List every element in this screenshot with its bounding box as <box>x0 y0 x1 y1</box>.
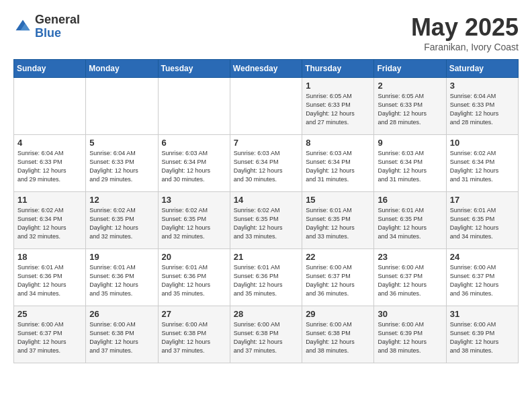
day-info: Sunrise: 6:03 AM Sunset: 6:34 PM Dayligh… <box>162 149 226 184</box>
calendar-week-row: 1Sunrise: 6:05 AM Sunset: 6:33 PM Daylig… <box>14 78 519 135</box>
day-info: Sunrise: 6:03 AM Sunset: 6:34 PM Dayligh… <box>378 149 442 184</box>
day-info: Sunrise: 6:02 AM Sunset: 6:34 PM Dayligh… <box>17 206 82 241</box>
day-info: Sunrise: 6:00 AM Sunset: 6:37 PM Dayligh… <box>378 263 442 298</box>
day-number: 15 <box>306 195 370 205</box>
day-number: 27 <box>162 309 226 319</box>
calendar-cell: 6Sunrise: 6:03 AM Sunset: 6:34 PM Daylig… <box>158 135 230 192</box>
day-number: 4 <box>17 138 82 148</box>
calendar-cell: 25Sunrise: 6:00 AM Sunset: 6:37 PM Dayli… <box>14 306 86 363</box>
calendar-week-row: 4Sunrise: 6:04 AM Sunset: 6:33 PM Daylig… <box>14 135 519 192</box>
calendar-cell: 23Sunrise: 6:00 AM Sunset: 6:37 PM Dayli… <box>374 249 446 306</box>
logo-text: General Blue <box>35 13 80 40</box>
calendar-cell: 27Sunrise: 6:00 AM Sunset: 6:38 PM Dayli… <box>158 306 230 363</box>
day-number: 17 <box>450 195 515 205</box>
calendar-cell: 29Sunrise: 6:00 AM Sunset: 6:38 PM Dayli… <box>302 306 374 363</box>
day-number: 22 <box>306 252 370 262</box>
day-number: 1 <box>306 81 370 91</box>
day-info: Sunrise: 6:04 AM Sunset: 6:33 PM Dayligh… <box>89 149 154 184</box>
day-info: Sunrise: 6:05 AM Sunset: 6:33 PM Dayligh… <box>306 92 370 127</box>
day-number: 2 <box>378 81 442 91</box>
day-number: 31 <box>450 309 515 319</box>
calendar-cell: 5Sunrise: 6:04 AM Sunset: 6:33 PM Daylig… <box>86 135 158 192</box>
logo: General Blue <box>13 13 80 40</box>
calendar-week-row: 11Sunrise: 6:02 AM Sunset: 6:34 PM Dayli… <box>14 192 519 249</box>
day-number: 29 <box>306 309 370 319</box>
calendar-cell: 14Sunrise: 6:02 AM Sunset: 6:35 PM Dayli… <box>230 192 302 249</box>
weekday-row: SundayMondayTuesdayWednesdayThursdayFrid… <box>14 60 519 78</box>
day-number: 19 <box>89 252 154 262</box>
calendar-cell: 8Sunrise: 6:03 AM Sunset: 6:34 PM Daylig… <box>302 135 374 192</box>
day-number: 16 <box>378 195 442 205</box>
calendar-cell: 7Sunrise: 6:03 AM Sunset: 6:34 PM Daylig… <box>230 135 302 192</box>
calendar-cell: 16Sunrise: 6:01 AM Sunset: 6:35 PM Dayli… <box>374 192 446 249</box>
day-info: Sunrise: 6:01 AM Sunset: 6:36 PM Dayligh… <box>17 263 82 298</box>
day-info: Sunrise: 6:02 AM Sunset: 6:34 PM Dayligh… <box>450 149 515 184</box>
day-number: 9 <box>378 138 442 148</box>
calendar-cell: 21Sunrise: 6:01 AM Sunset: 6:36 PM Dayli… <box>230 249 302 306</box>
calendar-cell: 26Sunrise: 6:00 AM Sunset: 6:38 PM Dayli… <box>86 306 158 363</box>
day-number: 8 <box>306 138 370 148</box>
day-info: Sunrise: 6:04 AM Sunset: 6:33 PM Dayligh… <box>17 149 82 184</box>
day-info: Sunrise: 6:01 AM Sunset: 6:36 PM Dayligh… <box>162 263 226 298</box>
day-info: Sunrise: 6:00 AM Sunset: 6:37 PM Dayligh… <box>17 320 82 355</box>
page-header: General Blue May 2025 Faranikan, Ivory C… <box>13 13 519 52</box>
day-number: 12 <box>89 195 154 205</box>
day-info: Sunrise: 6:00 AM Sunset: 6:39 PM Dayligh… <box>450 320 515 355</box>
calendar-cell: 17Sunrise: 6:01 AM Sunset: 6:35 PM Dayli… <box>446 192 518 249</box>
day-info: Sunrise: 6:01 AM Sunset: 6:35 PM Dayligh… <box>378 206 442 241</box>
day-number: 30 <box>378 309 442 319</box>
day-number: 24 <box>450 252 515 262</box>
calendar-cell: 9Sunrise: 6:03 AM Sunset: 6:34 PM Daylig… <box>374 135 446 192</box>
calendar-table: SundayMondayTuesdayWednesdayThursdayFrid… <box>13 59 519 363</box>
logo-blue-text: Blue <box>35 27 80 40</box>
day-number: 20 <box>162 252 226 262</box>
day-info: Sunrise: 6:04 AM Sunset: 6:33 PM Dayligh… <box>450 92 515 127</box>
calendar-body: 1Sunrise: 6:05 AM Sunset: 6:33 PM Daylig… <box>14 78 519 363</box>
calendar-cell: 15Sunrise: 6:01 AM Sunset: 6:35 PM Dayli… <box>302 192 374 249</box>
calendar-cell: 18Sunrise: 6:01 AM Sunset: 6:36 PM Dayli… <box>14 249 86 306</box>
month-title: May 2025 <box>411 13 519 42</box>
calendar-cell: 30Sunrise: 6:00 AM Sunset: 6:39 PM Dayli… <box>374 306 446 363</box>
calendar-cell <box>158 78 230 135</box>
calendar-cell: 19Sunrise: 6:01 AM Sunset: 6:36 PM Dayli… <box>86 249 158 306</box>
day-number: 14 <box>234 195 298 205</box>
calendar-cell: 10Sunrise: 6:02 AM Sunset: 6:34 PM Dayli… <box>446 135 518 192</box>
calendar-cell: 11Sunrise: 6:02 AM Sunset: 6:34 PM Dayli… <box>14 192 86 249</box>
calendar-cell: 28Sunrise: 6:00 AM Sunset: 6:38 PM Dayli… <box>230 306 302 363</box>
day-info: Sunrise: 6:01 AM Sunset: 6:36 PM Dayligh… <box>234 263 298 298</box>
day-number: 11 <box>17 195 82 205</box>
day-info: Sunrise: 6:00 AM Sunset: 6:38 PM Dayligh… <box>162 320 226 355</box>
day-info: Sunrise: 6:00 AM Sunset: 6:39 PM Dayligh… <box>378 320 442 355</box>
weekday-header: Monday <box>86 60 158 78</box>
logo-general-text: General <box>35 13 80 27</box>
day-info: Sunrise: 6:05 AM Sunset: 6:33 PM Dayligh… <box>378 92 442 127</box>
day-info: Sunrise: 6:03 AM Sunset: 6:34 PM Dayligh… <box>234 149 298 184</box>
day-info: Sunrise: 6:02 AM Sunset: 6:35 PM Dayligh… <box>234 206 298 241</box>
day-info: Sunrise: 6:01 AM Sunset: 6:35 PM Dayligh… <box>306 206 370 241</box>
day-info: Sunrise: 6:02 AM Sunset: 6:35 PM Dayligh… <box>89 206 154 241</box>
calendar-cell: 24Sunrise: 6:00 AM Sunset: 6:37 PM Dayli… <box>446 249 518 306</box>
day-number: 5 <box>89 138 154 148</box>
calendar-cell: 20Sunrise: 6:01 AM Sunset: 6:36 PM Dayli… <box>158 249 230 306</box>
calendar-cell: 2Sunrise: 6:05 AM Sunset: 6:33 PM Daylig… <box>374 78 446 135</box>
calendar-cell: 22Sunrise: 6:00 AM Sunset: 6:37 PM Dayli… <box>302 249 374 306</box>
day-number: 26 <box>89 309 154 319</box>
calendar-week-row: 25Sunrise: 6:00 AM Sunset: 6:37 PM Dayli… <box>14 306 519 363</box>
calendar-cell: 13Sunrise: 6:02 AM Sunset: 6:35 PM Dayli… <box>158 192 230 249</box>
day-info: Sunrise: 6:00 AM Sunset: 6:37 PM Dayligh… <box>306 263 370 298</box>
calendar-cell: 12Sunrise: 6:02 AM Sunset: 6:35 PM Dayli… <box>86 192 158 249</box>
calendar-cell: 31Sunrise: 6:00 AM Sunset: 6:39 PM Dayli… <box>446 306 518 363</box>
title-block: May 2025 Faranikan, Ivory Coast <box>411 13 519 52</box>
calendar-cell <box>14 78 86 135</box>
weekday-header: Sunday <box>14 60 86 78</box>
day-number: 6 <box>162 138 226 148</box>
weekday-header: Wednesday <box>230 60 302 78</box>
day-info: Sunrise: 6:00 AM Sunset: 6:38 PM Dayligh… <box>89 320 154 355</box>
day-info: Sunrise: 6:01 AM Sunset: 6:36 PM Dayligh… <box>89 263 154 298</box>
day-number: 3 <box>450 81 515 91</box>
day-info: Sunrise: 6:03 AM Sunset: 6:34 PM Dayligh… <box>306 149 370 184</box>
day-number: 18 <box>17 252 82 262</box>
day-number: 28 <box>234 309 298 319</box>
day-info: Sunrise: 6:00 AM Sunset: 6:38 PM Dayligh… <box>306 320 370 355</box>
location: Faranikan, Ivory Coast <box>411 42 519 52</box>
